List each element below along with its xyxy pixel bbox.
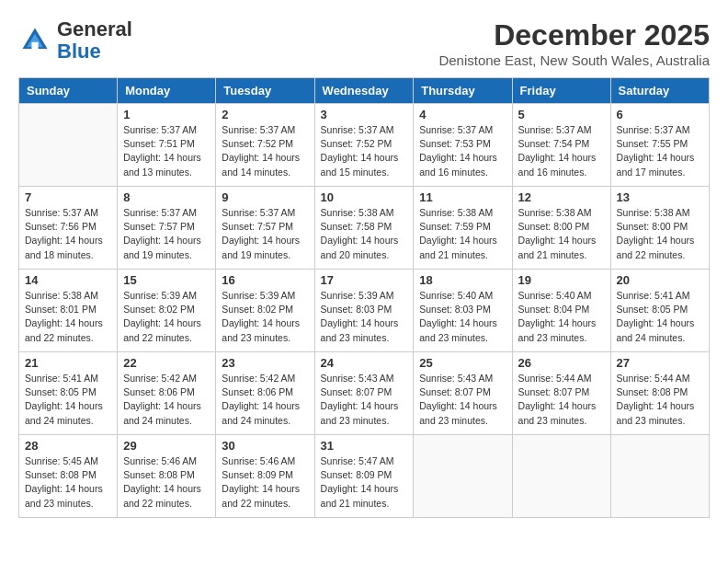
day-info: Sunrise: 5:43 AMSunset: 8:07 PMDaylight:… <box>321 372 408 428</box>
day-number: 17 <box>321 273 408 287</box>
day-header-thursday: Thursday <box>414 78 512 104</box>
calendar-cell: 23Sunrise: 5:42 AMSunset: 8:06 PMDayligh… <box>216 352 314 435</box>
calendar-cell: 5Sunrise: 5:37 AMSunset: 7:54 PMDaylight… <box>512 104 610 187</box>
calendar-cell <box>512 435 610 518</box>
day-number: 18 <box>419 273 506 287</box>
calendar-table: SundayMondayTuesdayWednesdayThursdayFrid… <box>18 77 710 518</box>
calendar-cell: 2Sunrise: 5:37 AMSunset: 7:52 PMDaylight… <box>216 104 314 187</box>
day-number: 16 <box>222 273 308 287</box>
day-number: 11 <box>419 190 506 204</box>
calendar-cell: 25Sunrise: 5:43 AMSunset: 8:07 PMDayligh… <box>414 352 512 435</box>
day-number: 26 <box>518 356 605 370</box>
day-number: 4 <box>419 108 506 121</box>
day-info: Sunrise: 5:40 AMSunset: 8:04 PMDaylight:… <box>518 289 605 345</box>
calendar-cell: 17Sunrise: 5:39 AMSunset: 8:03 PMDayligh… <box>314 270 414 352</box>
calendar-cell: 18Sunrise: 5:40 AMSunset: 8:03 PMDayligh… <box>414 270 512 352</box>
day-header-wednesday: Wednesday <box>314 78 414 104</box>
calendar-cell: 9Sunrise: 5:37 AMSunset: 7:57 PMDaylight… <box>216 187 314 270</box>
day-number: 2 <box>222 108 308 121</box>
calendar-cell: 7Sunrise: 5:37 AMSunset: 7:56 PMDaylight… <box>19 187 118 270</box>
day-info: Sunrise: 5:37 AMSunset: 7:57 PMDaylight:… <box>123 206 210 262</box>
day-info: Sunrise: 5:37 AMSunset: 7:56 PMDaylight:… <box>25 206 111 262</box>
day-info: Sunrise: 5:44 AMSunset: 8:08 PMDaylight:… <box>617 372 703 428</box>
calendar-cell: 27Sunrise: 5:44 AMSunset: 8:08 PMDayligh… <box>610 352 709 435</box>
week-row-4: 21Sunrise: 5:41 AMSunset: 8:05 PMDayligh… <box>19 352 710 435</box>
day-info: Sunrise: 5:42 AMSunset: 8:06 PMDaylight:… <box>123 372 210 428</box>
calendar-cell: 3Sunrise: 5:37 AMSunset: 7:52 PMDaylight… <box>314 104 414 187</box>
day-info: Sunrise: 5:37 AMSunset: 7:51 PMDaylight:… <box>123 123 210 179</box>
day-info: Sunrise: 5:46 AMSunset: 8:09 PMDaylight:… <box>222 454 308 511</box>
day-number: 27 <box>617 356 703 370</box>
day-info: Sunrise: 5:43 AMSunset: 8:07 PMDaylight:… <box>419 372 506 428</box>
day-info: Sunrise: 5:37 AMSunset: 7:57 PMDaylight:… <box>222 206 308 262</box>
calendar-cell: 26Sunrise: 5:44 AMSunset: 8:07 PMDayligh… <box>512 352 610 435</box>
day-info: Sunrise: 5:46 AMSunset: 8:08 PMDaylight:… <box>123 454 210 511</box>
day-info: Sunrise: 5:47 AMSunset: 8:09 PMDaylight:… <box>321 454 408 511</box>
day-info: Sunrise: 5:38 AMSunset: 8:00 PMDaylight:… <box>518 206 605 262</box>
calendar-cell: 31Sunrise: 5:47 AMSunset: 8:09 PMDayligh… <box>314 435 414 518</box>
day-header-friday: Friday <box>512 78 610 104</box>
calendar-cell: 13Sunrise: 5:38 AMSunset: 8:00 PMDayligh… <box>610 187 709 270</box>
logo-text: General Blue <box>57 18 132 63</box>
calendar-cell: 15Sunrise: 5:39 AMSunset: 8:02 PMDayligh… <box>118 270 216 352</box>
day-number: 6 <box>617 108 703 121</box>
day-info: Sunrise: 5:37 AMSunset: 7:52 PMDaylight:… <box>321 123 408 179</box>
day-info: Sunrise: 5:37 AMSunset: 7:54 PMDaylight:… <box>518 123 605 179</box>
day-number: 5 <box>518 108 605 121</box>
calendar-cell: 20Sunrise: 5:41 AMSunset: 8:05 PMDayligh… <box>610 270 709 352</box>
day-info: Sunrise: 5:38 AMSunset: 7:58 PMDaylight:… <box>321 206 408 262</box>
calendar-cell <box>414 435 512 518</box>
day-number: 29 <box>123 439 210 453</box>
calendar-cell: 1Sunrise: 5:37 AMSunset: 7:51 PMDaylight… <box>118 104 216 187</box>
day-number: 7 <box>25 190 111 204</box>
day-info: Sunrise: 5:38 AMSunset: 8:01 PMDaylight:… <box>25 289 111 345</box>
month-title: December 2025 <box>438 18 710 52</box>
day-info: Sunrise: 5:44 AMSunset: 8:07 PMDaylight:… <box>518 372 605 428</box>
day-number: 22 <box>123 356 210 370</box>
day-info: Sunrise: 5:38 AMSunset: 7:59 PMDaylight:… <box>419 206 506 262</box>
day-header-sunday: Sunday <box>19 78 118 104</box>
day-number: 9 <box>222 190 308 204</box>
day-header-tuesday: Tuesday <box>216 78 314 104</box>
day-number: 24 <box>321 356 408 370</box>
day-number: 14 <box>25 273 111 287</box>
day-info: Sunrise: 5:37 AMSunset: 7:55 PMDaylight:… <box>617 123 703 179</box>
day-info: Sunrise: 5:40 AMSunset: 8:03 PMDaylight:… <box>419 289 506 345</box>
calendar-cell: 24Sunrise: 5:43 AMSunset: 8:07 PMDayligh… <box>314 352 414 435</box>
calendar-cell: 29Sunrise: 5:46 AMSunset: 8:08 PMDayligh… <box>118 435 216 518</box>
day-info: Sunrise: 5:42 AMSunset: 8:06 PMDaylight:… <box>222 372 308 428</box>
week-row-5: 28Sunrise: 5:45 AMSunset: 8:08 PMDayligh… <box>19 435 710 518</box>
logo-blue-text: Blue <box>57 40 101 63</box>
day-number: 21 <box>25 356 111 370</box>
calendar-cell: 28Sunrise: 5:45 AMSunset: 8:08 PMDayligh… <box>19 435 118 518</box>
day-number: 28 <box>25 439 111 453</box>
day-number: 3 <box>321 108 408 121</box>
day-info: Sunrise: 5:41 AMSunset: 8:05 PMDaylight:… <box>617 289 703 345</box>
logo-icon <box>18 24 51 57</box>
week-row-1: 1Sunrise: 5:37 AMSunset: 7:51 PMDaylight… <box>19 104 710 187</box>
week-row-2: 7Sunrise: 5:37 AMSunset: 7:56 PMDaylight… <box>19 187 710 270</box>
day-number: 1 <box>123 108 210 121</box>
title-block: December 2025 Denistone East, New South … <box>438 18 710 68</box>
day-number: 23 <box>222 356 308 370</box>
calendar-cell: 19Sunrise: 5:40 AMSunset: 8:04 PMDayligh… <box>512 270 610 352</box>
day-number: 30 <box>222 439 308 453</box>
calendar-cell: 8Sunrise: 5:37 AMSunset: 7:57 PMDaylight… <box>118 187 216 270</box>
week-row-3: 14Sunrise: 5:38 AMSunset: 8:01 PMDayligh… <box>19 270 710 352</box>
calendar-cell: 12Sunrise: 5:38 AMSunset: 8:00 PMDayligh… <box>512 187 610 270</box>
day-number: 8 <box>123 190 210 204</box>
logo: General Blue <box>18 18 132 63</box>
day-info: Sunrise: 5:39 AMSunset: 8:02 PMDaylight:… <box>222 289 308 345</box>
calendar-cell: 10Sunrise: 5:38 AMSunset: 7:58 PMDayligh… <box>314 187 414 270</box>
calendar-cell: 11Sunrise: 5:38 AMSunset: 7:59 PMDayligh… <box>414 187 512 270</box>
page-header: General Blue December 2025 Denistone Eas… <box>18 18 710 68</box>
calendar-cell: 16Sunrise: 5:39 AMSunset: 8:02 PMDayligh… <box>216 270 314 352</box>
location-title: Denistone East, New South Wales, Austral… <box>438 52 710 68</box>
day-number: 25 <box>419 356 506 370</box>
day-number: 13 <box>617 190 703 204</box>
calendar-cell: 4Sunrise: 5:37 AMSunset: 7:53 PMDaylight… <box>414 104 512 187</box>
logo-general-text: General <box>57 17 132 40</box>
day-header-monday: Monday <box>118 78 216 104</box>
day-number: 12 <box>518 190 605 204</box>
day-info: Sunrise: 5:39 AMSunset: 8:02 PMDaylight:… <box>123 289 210 345</box>
